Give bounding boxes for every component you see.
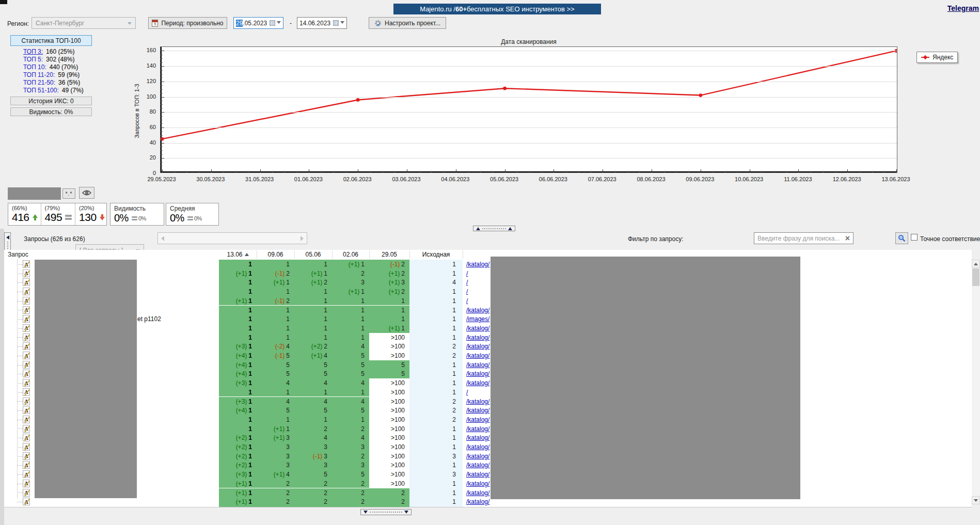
url-link[interactable]: /katalog/ — [466, 261, 489, 268]
date-to-calendar-dropdown[interactable] — [333, 20, 344, 26]
url-link[interactable]: /katalog/ — [466, 434, 489, 441]
origin-column-header[interactable]: Исходная — [409, 251, 463, 258]
scroll-right-icon[interactable] — [301, 236, 304, 241]
iks-history-button[interactable]: История ИКС: 0 — [10, 97, 92, 105]
search-button[interactable] — [895, 232, 908, 244]
query-type-icon[interactable]: A — [23, 489, 30, 497]
exact-match-label[interactable]: Точное соответствие — [920, 235, 980, 243]
top-stat-link[interactable]: ТОП 5: — [23, 56, 43, 63]
url-link[interactable]: /images/ — [466, 315, 489, 323]
telegram-link[interactable]: Telegram — [947, 4, 979, 12]
query-type-icon[interactable]: A — [23, 342, 30, 350]
top-stat-link[interactable]: ТОП 21-50: — [23, 79, 55, 86]
horizontal-splitter-top[interactable] — [473, 226, 515, 231]
query-type-icon[interactable]: A — [23, 306, 30, 314]
url-link[interactable]: /katalog/ — [466, 370, 489, 377]
stats-top100-button[interactable]: Статистика ТОП-100 — [10, 35, 92, 46]
url-link[interactable]: /katalog/ — [466, 498, 489, 505]
url-link[interactable]: /katalog/ — [466, 352, 489, 359]
date-column-header[interactable]: 02.06 — [332, 251, 369, 258]
url-link[interactable]: /katalog/ — [466, 307, 489, 314]
query-type-icon[interactable]: A — [23, 297, 30, 305]
url-link[interactable]: /katalog/ — [466, 480, 489, 487]
url-link[interactable]: / — [466, 389, 468, 396]
url-link[interactable]: /katalog/ — [466, 489, 489, 497]
query-type-icon[interactable]: A — [23, 352, 30, 359]
search-input[interactable]: Введите фразу для поиска... × — [754, 232, 853, 244]
query-type-icon[interactable]: A — [23, 470, 30, 478]
query-type-icon[interactable]: A — [23, 406, 30, 414]
query-type-icon[interactable]: A — [23, 370, 30, 377]
url-link[interactable]: /katalog/ — [466, 443, 489, 451]
clear-search-icon[interactable]: × — [845, 235, 850, 242]
query-type-icon[interactable]: A — [23, 278, 30, 286]
top-stat-link[interactable]: ТОП 10: — [23, 63, 46, 71]
top-stat-link[interactable]: ТОП 51-100: — [23, 87, 59, 94]
query-type-icon[interactable]: A — [23, 361, 30, 369]
date-to-field[interactable]: 14.06.2023 — [297, 17, 347, 29]
query-column-header[interactable]: Запрос — [8, 251, 28, 258]
chart-legend[interactable]: Яндекс — [916, 52, 958, 63]
date-from-field[interactable]: 29 .05.2023 — [233, 17, 283, 29]
promo-banner[interactable]: Majento.ru / 60+ бесплатных SEO инструме… — [393, 4, 601, 14]
query-type-icon[interactable]: A — [23, 288, 30, 295]
url-link[interactable]: /katalog/ — [466, 471, 489, 478]
scrollbar-up-button[interactable] — [972, 260, 980, 268]
date-column-header[interactable]: 29.05 — [369, 251, 409, 258]
date-column-header[interactable]: 09.06 — [257, 251, 294, 258]
url-link[interactable]: /katalog/ — [466, 379, 489, 387]
preview-eye-button[interactable] — [79, 187, 94, 199]
query-type-icon[interactable]: A — [23, 324, 30, 332]
x-major-tick — [309, 169, 309, 172]
query-type-icon[interactable]: A — [23, 269, 30, 277]
query-type-icon[interactable]: A — [23, 315, 30, 323]
url-link[interactable]: /katalog/ — [466, 407, 489, 414]
url-link[interactable]: /katalog/ — [466, 453, 489, 460]
top-stat-link[interactable]: ТОП 3: — [23, 48, 43, 55]
configure-project-button[interactable]: Настроить проект... — [369, 17, 446, 29]
top-stat-link[interactable]: ТОП 11-20: — [23, 71, 55, 78]
fit-columns-button[interactable]: *.* — [62, 188, 75, 199]
query-type-icon[interactable]: A — [23, 434, 30, 441]
url-link[interactable]: / — [466, 297, 468, 305]
url-link[interactable]: /katalog/ — [466, 343, 489, 350]
query-type-icon[interactable]: A — [23, 461, 30, 469]
query-type-icon[interactable]: A — [23, 333, 30, 341]
exact-match-checkbox[interactable] — [911, 234, 918, 241]
query-type-icon[interactable]: A — [23, 425, 30, 433]
url-link[interactable]: /katalog/ — [466, 334, 489, 341]
query-type-icon[interactable]: A — [23, 379, 30, 387]
table-vertical-scrollbar[interactable] — [972, 260, 980, 504]
url-link[interactable]: /katalog/ — [466, 462, 489, 469]
queries-mini-scrollbar[interactable] — [157, 232, 307, 244]
period-button[interactable]: 5 Период: произвольно — [148, 17, 227, 29]
position-value: >100 — [391, 443, 405, 451]
url-link[interactable]: /katalog/ — [466, 425, 489, 433]
url-link[interactable]: /katalog/ — [466, 325, 489, 332]
scroll-left-icon[interactable] — [161, 236, 164, 241]
url-link[interactable]: / — [466, 288, 468, 295]
scrollbar-down-button[interactable] — [972, 496, 980, 504]
query-type-icon[interactable]: A — [23, 397, 30, 405]
date-column-header[interactable]: 05.06 — [294, 251, 332, 258]
query-type-icon[interactable]: A — [23, 452, 30, 460]
query-type-icon[interactable]: A — [23, 443, 30, 451]
query-type-icon[interactable]: A — [23, 388, 30, 396]
visibility-button[interactable]: Видимость: 0% — [10, 107, 92, 116]
url-link[interactable]: / — [466, 270, 468, 277]
query-type-icon[interactable]: A — [23, 498, 30, 505]
query-type-icon[interactable]: A — [23, 260, 30, 268]
url-link[interactable]: /katalog/ — [466, 361, 489, 369]
date-from-calendar-dropdown[interactable] — [270, 20, 281, 26]
position-value: 1 — [361, 261, 365, 268]
query-type-icon[interactable]: A — [23, 507, 30, 507]
region-select[interactable]: Санкт-Петербург — [31, 17, 136, 29]
horizontal-splitter-bottom[interactable] — [360, 509, 412, 515]
url-link[interactable]: /katalog/ — [466, 398, 489, 405]
url-link[interactable]: /katalog/ — [466, 416, 489, 423]
url-link[interactable]: / — [466, 279, 468, 286]
date-column-header[interactable]: 13.06 — [219, 251, 257, 258]
scrollbar-thumb[interactable] — [972, 268, 979, 286]
query-type-icon[interactable]: A — [23, 416, 30, 423]
query-type-icon[interactable]: A — [23, 480, 30, 487]
